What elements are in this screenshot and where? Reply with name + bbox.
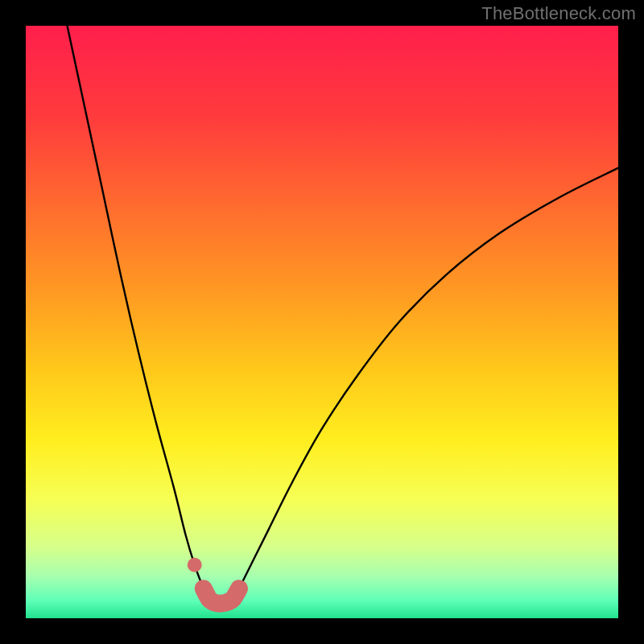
bottleneck-chart — [26, 26, 618, 618]
watermark-text: TheBottleneck.com — [481, 3, 636, 24]
chart-frame — [26, 26, 618, 618]
gradient-background — [26, 26, 618, 618]
highlight-dot — [188, 558, 202, 572]
